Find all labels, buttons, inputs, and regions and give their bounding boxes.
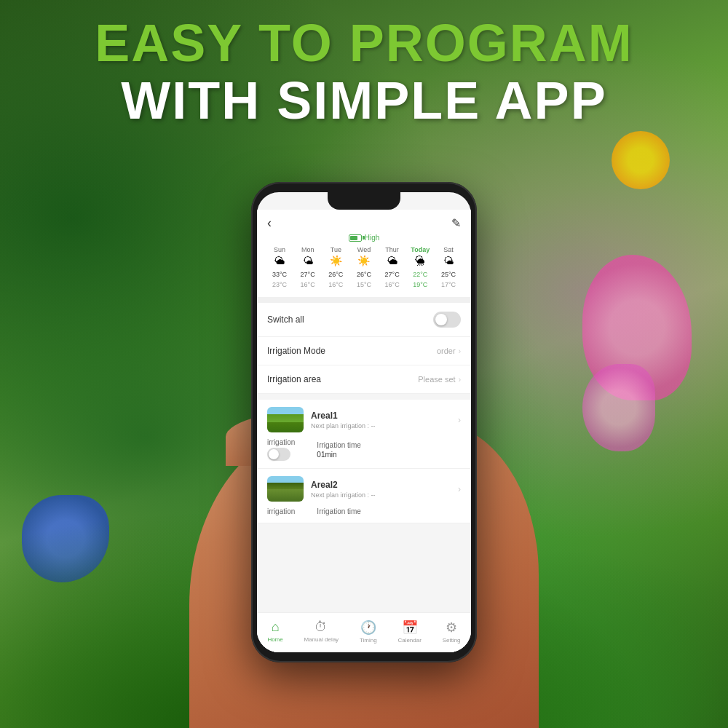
weather-temps-low: 23°C16°C16°C15°C16°C19°C17°C — [263, 281, 465, 288]
chevron-icon: › — [459, 347, 461, 355]
header-line2: WITH SIMPLE APP — [0, 72, 728, 130]
temp-low: 16°C — [294, 281, 322, 288]
battery-fill — [350, 236, 357, 240]
areas-section: Areal1 Next plan irrigation : -- › irrig… — [257, 400, 471, 523]
area-1-toggle-thumb — [269, 449, 279, 459]
temp-high-value: 26°C — [350, 271, 378, 278]
area-2-header[interactable]: Areal2 Next plan irrigation : -- › — [267, 476, 461, 502]
nav-label: Timing — [360, 637, 377, 644]
irrigation-mode-row[interactable]: Irrigation Mode order › — [257, 337, 471, 365]
area-2-next: Next plan irrigation : -- — [311, 491, 458, 499]
nav-icon: 📅 — [402, 620, 418, 636]
irrigation-area-label: Irrigation area — [267, 374, 321, 384]
header-line1: EASY TO PROGRAM — [0, 15, 728, 72]
day-name: Wed — [350, 246, 378, 253]
day-name: Tue — [322, 246, 349, 253]
battery-icon — [349, 234, 362, 242]
area-2-info: Areal2 Next plan irrigation : -- — [311, 480, 458, 499]
nav-item-timing[interactable]: 🕐Timing — [360, 620, 377, 644]
temp-high: 33°C — [266, 271, 293, 278]
header-text: EASY TO PROGRAM WITH SIMPLE APP — [0, 15, 728, 130]
flower-pink2-decoration — [582, 364, 655, 451]
nav-item-manual-delay[interactable]: ⏱Manual delay — [304, 620, 339, 643]
temp-low: 16°C — [322, 281, 349, 288]
nav-item-calendar[interactable]: 📅Calendar — [397, 620, 421, 644]
temp-high: 25°C — [435, 271, 462, 278]
temp-low: 16°C — [379, 281, 406, 288]
battery-label: High — [365, 234, 380, 242]
bottom-navigation: ⌂Home⏱Manual delay🕐Timing📅Calendar⚙Setti… — [257, 612, 471, 652]
area-2-name: Areal2 — [311, 480, 458, 490]
notch — [328, 192, 400, 210]
temp-high-value: 27°C — [294, 271, 322, 278]
area-1-time-value: 01min — [317, 451, 361, 459]
irrigation-area-value: Please set — [418, 375, 455, 384]
temp-low: 15°C — [350, 281, 378, 288]
divider-1 — [257, 297, 471, 303]
phone-container: ‹ ✎ High Sun🌥Mon🌤Tue☀️Wed☀️Thur🌥Tod — [211, 182, 517, 728]
phone-screen: ‹ ✎ High Sun🌥Mon🌤Tue☀️Wed☀️Thur🌥Tod — [257, 192, 471, 652]
irrigation-mode-label: Irrigation Mode — [267, 346, 325, 356]
day-name: Today — [406, 246, 434, 253]
weather-day-today: Today🌦 — [406, 246, 434, 268]
back-button[interactable]: ‹ — [267, 215, 272, 231]
temp-low-value: 16°C — [294, 281, 322, 288]
nav-icon: 🕐 — [360, 620, 376, 636]
weather-icon: 🌤 — [435, 255, 462, 266]
chevron-icon-2: › — [459, 376, 461, 384]
temp-high-value: 26°C — [322, 271, 349, 278]
edit-button[interactable]: ✎ — [451, 216, 461, 230]
temp-low: 19°C — [406, 281, 434, 288]
temp-low-value: 19°C — [406, 281, 434, 288]
weather-icon: 🌤 — [294, 255, 322, 266]
switch-all-toggle[interactable] — [433, 312, 461, 328]
nav-item-home[interactable]: ⌂Home — [267, 620, 282, 643]
area-1-controls: irrigation Irrigation time 01min — [267, 438, 461, 461]
area-1-thumbnail — [267, 407, 304, 432]
area-1-next: Next plan irrigation : -- — [311, 422, 458, 430]
weather-day-sat: Sat🌤 — [435, 246, 462, 268]
area-1-time-group[interactable]: Irrigation time 01min — [317, 441, 361, 459]
day-name: Sun — [266, 246, 293, 253]
toggle-thumb — [435, 314, 447, 325]
area-1-time-label: Irrigation time — [317, 441, 361, 449]
weather-icon: 🌥 — [379, 255, 406, 266]
day-name: Thur — [379, 246, 406, 253]
temp-high-value: 33°C — [266, 271, 293, 278]
flower-yellow-decoration — [612, 131, 670, 189]
weather-day-mon: Mon🌤 — [294, 246, 322, 268]
area-2-time-label: Irrigation time — [317, 507, 361, 515]
temp-low-value: 16°C — [379, 281, 406, 288]
area-2-controls: irrigation Irrigation time — [267, 507, 461, 515]
weather-temps-high: 33°C27°C26°C26°C27°C22°C25°C — [263, 271, 465, 278]
switch-all-row: Switch all — [257, 303, 471, 337]
area-1-irrigation-group: irrigation — [267, 438, 295, 461]
nav-label: Setting — [443, 637, 461, 644]
nav-icon: ⌂ — [272, 620, 280, 635]
battery-row: High — [263, 234, 465, 242]
irrigation-area-row[interactable]: Irrigation area Please set › — [257, 365, 471, 394]
nav-icon: ⏱ — [314, 620, 328, 635]
weather-day-thur: Thur🌥 — [379, 246, 406, 268]
area-2-time-group[interactable]: Irrigation time — [317, 507, 361, 515]
weather-days: Sun🌥Mon🌤Tue☀️Wed☀️Thur🌥Today🌦Sat🌤 — [263, 246, 465, 268]
area-1-info: Areal1 Next plan irrigation : -- — [311, 411, 458, 430]
weather-icon: ☀️ — [350, 255, 378, 266]
area-1-header[interactable]: Areal1 Next plan irrigation : -- › — [267, 407, 461, 432]
settings-section: Switch all Irrigation Mode order › — [257, 303, 471, 394]
temp-high-value: 22°C — [406, 271, 434, 278]
irrigation-mode-right: order › — [437, 347, 461, 355]
nav-label: Calendar — [397, 637, 421, 644]
nav-item-setting[interactable]: ⚙Setting — [443, 620, 461, 644]
weather-day-tue: Tue☀️ — [322, 246, 349, 268]
weather-section: High Sun🌥Mon🌤Tue☀️Wed☀️Thur🌥Today🌦Sat🌤 3… — [257, 234, 471, 297]
weather-day-wed: Wed☀️ — [350, 246, 378, 268]
area-1-irrigation-label: irrigation — [267, 438, 295, 446]
temp-low-value: 15°C — [350, 281, 378, 288]
weather-day-sun: Sun🌥 — [266, 246, 293, 268]
area-2-thumbnail — [267, 476, 304, 502]
temp-high: 22°C — [406, 271, 434, 278]
area-1-irrigation-toggle[interactable] — [267, 448, 290, 461]
irrigation-area-right: Please set › — [418, 375, 461, 384]
nav-icon: ⚙ — [446, 620, 457, 636]
